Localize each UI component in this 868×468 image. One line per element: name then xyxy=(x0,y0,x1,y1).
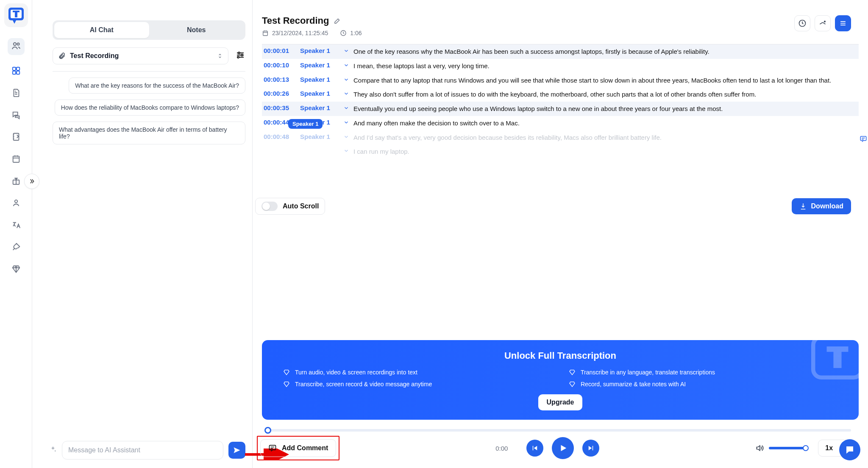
chevron-down-icon[interactable] xyxy=(339,133,353,142)
upgrade-button[interactable]: Upgrade xyxy=(538,394,583,410)
transcript-line[interactable]: 00:00:48Speaker 1And I'd say that's a ve… xyxy=(262,130,859,145)
expand-sidebar-icon[interactable] xyxy=(24,174,39,189)
timestamp[interactable]: 00:00:10 xyxy=(264,61,300,71)
svg-rect-11 xyxy=(13,156,19,163)
playhead-knob[interactable] xyxy=(264,427,271,434)
upsell-feature: Transcribe in any language, translate tr… xyxy=(569,369,837,376)
sliders-icon[interactable] xyxy=(235,50,245,62)
edit-title-icon[interactable] xyxy=(334,17,341,25)
transcript-line[interactable]: 00:00:35Speaker 1Eventually you end up s… xyxy=(262,102,859,116)
support-chat-button[interactable] xyxy=(839,439,860,460)
transcript-line[interactable]: 00:00:13Speaker 1Compare that to any lap… xyxy=(262,73,859,88)
chevron-down-icon[interactable] xyxy=(339,76,353,85)
speaker-tag[interactable]: Speaker 1 xyxy=(288,119,323,129)
chevron-down-icon[interactable] xyxy=(339,61,353,71)
chevron-down-icon[interactable] xyxy=(339,90,353,99)
transcript-line[interactable]: I can run my laptop. xyxy=(262,144,859,159)
volume-control[interactable] xyxy=(755,444,806,452)
calendar-icon xyxy=(262,30,269,36)
transcript-line[interactable]: 00:00:10Speaker 1I mean, these laptops l… xyxy=(262,59,859,73)
transcript-text: I can run my laptop. xyxy=(353,147,857,156)
svg-rect-8 xyxy=(12,71,15,74)
sparkle-icon xyxy=(49,446,57,455)
play-button[interactable] xyxy=(552,437,574,459)
svg-point-21 xyxy=(824,21,826,22)
attachment-icon xyxy=(58,52,66,60)
plug-icon[interactable] xyxy=(11,242,21,253)
suggestions: What are the key reasons for the success… xyxy=(53,78,245,144)
chevron-down-icon[interactable] xyxy=(339,119,353,128)
speaker-label[interactable] xyxy=(300,147,339,156)
tabs: AI Chat Notes xyxy=(53,20,245,40)
player-time: 0:00 xyxy=(495,445,508,452)
history-button[interactable] xyxy=(794,15,810,31)
source-selector[interactable]: Test Recording xyxy=(53,47,228,64)
download-button[interactable]: Download xyxy=(792,198,851,214)
speaker-label[interactable]: Speaker 1 xyxy=(300,90,339,99)
speaker-label[interactable]: Speaker 1 xyxy=(300,76,339,85)
speaker-label[interactable]: Speaker 1 xyxy=(300,133,339,142)
clock-icon xyxy=(340,30,347,36)
message-input[interactable]: Message to AI Assistant xyxy=(62,441,223,460)
svg-rect-3 xyxy=(15,11,17,17)
svg-rect-25 xyxy=(833,346,841,368)
transcript-panel: Test Recording 23/12/2024, 11:25:45 1:06… xyxy=(253,0,868,468)
menu-button[interactable] xyxy=(835,15,851,31)
audio-settings-button[interactable] xyxy=(815,15,831,31)
send-button[interactable] xyxy=(228,442,245,459)
suggestion-item[interactable]: What are the key reasons for the success… xyxy=(69,78,245,94)
speaker-label[interactable]: Speaker 1 xyxy=(300,47,339,56)
notebook-icon[interactable] xyxy=(11,132,21,143)
chevron-down-icon[interactable] xyxy=(339,104,353,114)
document-icon[interactable] xyxy=(11,88,21,99)
svg-point-16 xyxy=(237,56,239,58)
svg-point-5 xyxy=(17,43,19,45)
transcript-text: Eventually you end up seeing people who … xyxy=(353,104,857,114)
calendar-icon[interactable] xyxy=(11,154,21,165)
transcript-line[interactable]: 00:00:01Speaker 1One of the key reasons … xyxy=(262,44,859,59)
suggestion-item[interactable]: How does the reliability of MacBooks com… xyxy=(55,100,245,116)
transcript-text: They also don't suffer from a lot of iss… xyxy=(353,90,857,99)
diamond-icon[interactable] xyxy=(11,264,21,275)
diamond-icon xyxy=(569,369,576,376)
comment-icon[interactable] xyxy=(860,135,867,144)
svg-point-4 xyxy=(13,43,16,45)
skip-forward-button[interactable] xyxy=(582,440,599,457)
source-label: Test Recording xyxy=(70,52,213,60)
dashboard-icon[interactable] xyxy=(11,66,21,77)
timestamp[interactable]: 00:00:48 xyxy=(264,133,300,142)
transcript-line[interactable]: 00:00:26Speaker 1They also don't suffer … xyxy=(262,87,859,102)
svg-rect-18 xyxy=(263,31,268,36)
upsell-title: Unlock Full Transcription xyxy=(283,350,837,361)
timestamp[interactable]: 00:00:01 xyxy=(264,47,300,56)
skip-back-button[interactable] xyxy=(526,440,543,457)
timestamp[interactable]: 00:00:26 xyxy=(264,90,300,99)
recording-date: 23/12/2024, 11:25:45 xyxy=(262,30,328,36)
users-icon[interactable] xyxy=(8,38,25,55)
transcript-text: Compare that to any laptop that runs Win… xyxy=(353,76,857,85)
tab-ai-chat[interactable]: AI Chat xyxy=(54,22,149,38)
timestamp[interactable]: 00:00:35 xyxy=(264,104,300,114)
gift-icon[interactable] xyxy=(11,176,21,187)
chevron-down-icon[interactable] xyxy=(339,47,353,56)
add-comment-button[interactable]: Add Comment xyxy=(260,439,336,457)
timestamp[interactable] xyxy=(264,147,300,156)
profile-icon[interactable] xyxy=(11,198,21,209)
suggestion-item[interactable]: What advantages does the MacBook Air off… xyxy=(53,122,245,144)
recording-duration: 1:06 xyxy=(340,30,362,36)
divider xyxy=(53,71,245,72)
chevron-down-icon[interactable] xyxy=(339,147,353,156)
autoscroll-toggle[interactable]: Auto Scroll xyxy=(255,198,325,215)
upsell-feature: Turn audio, video & screen recordings in… xyxy=(283,369,552,376)
transcript-line[interactable]: 00:00:44Speaker 1And many often make the… xyxy=(262,116,859,130)
chat-icon[interactable] xyxy=(11,110,21,121)
tab-notes[interactable]: Notes xyxy=(149,22,244,38)
speaker-label[interactable]: Speaker 1 xyxy=(300,104,339,114)
transcript-text: I mean, these laptops last a very, very … xyxy=(353,61,857,71)
timestamp[interactable]: 00:00:13 xyxy=(264,76,300,85)
transcript-text: And I'd say that's a very, very good dec… xyxy=(353,133,857,142)
playhead-track[interactable] xyxy=(264,429,851,432)
translate-icon[interactable] xyxy=(11,220,21,231)
speaker-label[interactable]: Speaker 1 xyxy=(300,61,339,71)
svg-rect-26 xyxy=(270,445,276,450)
